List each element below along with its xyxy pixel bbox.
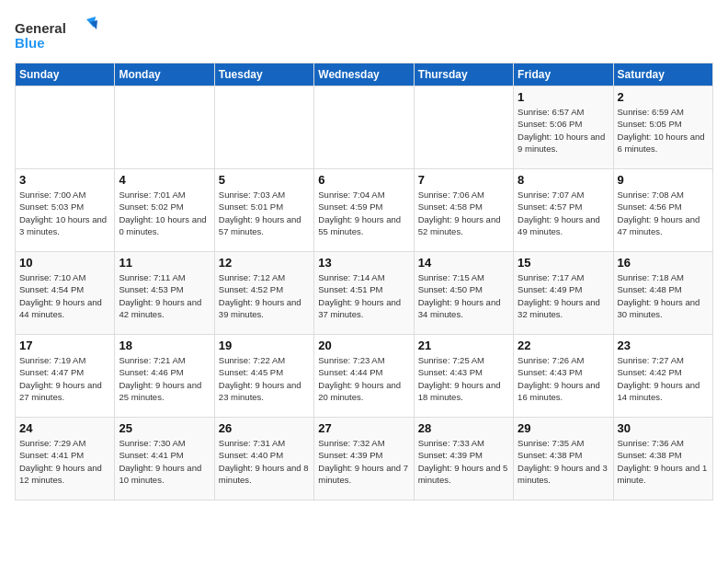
day-number: 5 <box>219 173 310 187</box>
day-info: Sunrise: 7:01 AM Sunset: 5:02 PM Dayligh… <box>119 189 210 237</box>
day-number: 6 <box>318 173 409 187</box>
calendar-cell: 27Sunrise: 7:32 AM Sunset: 4:39 PM Dayli… <box>314 418 414 500</box>
day-info: Sunrise: 7:25 AM Sunset: 4:43 PM Dayligh… <box>418 354 509 403</box>
day-info: Sunrise: 7:31 AM Sunset: 4:40 PM Dayligh… <box>219 437 310 486</box>
calendar-cell: 16Sunrise: 7:18 AM Sunset: 4:48 PM Dayli… <box>613 252 712 335</box>
calendar-cell: 3Sunrise: 7:00 AM Sunset: 5:03 PM Daylig… <box>16 169 115 252</box>
calendar-cell: 17Sunrise: 7:19 AM Sunset: 4:47 PM Dayli… <box>16 335 115 418</box>
calendar-cell: 29Sunrise: 7:35 AM Sunset: 4:38 PM Dayli… <box>514 418 613 500</box>
day-info: Sunrise: 7:35 AM Sunset: 4:38 PM Dayligh… <box>518 437 609 486</box>
day-number: 28 <box>418 421 509 435</box>
day-number: 27 <box>318 421 409 435</box>
day-number: 26 <box>219 421 310 435</box>
day-number: 7 <box>418 173 509 187</box>
weekday-header-row: SundayMondayTuesdayWednesdayThursdayFrid… <box>16 63 713 86</box>
day-number: 2 <box>618 90 709 104</box>
calendar-cell <box>115 86 214 169</box>
day-info: Sunrise: 7:18 AM Sunset: 4:48 PM Dayligh… <box>618 271 709 320</box>
day-info: Sunrise: 7:27 AM Sunset: 4:42 PM Dayligh… <box>618 354 709 403</box>
day-info: Sunrise: 7:21 AM Sunset: 4:46 PM Dayligh… <box>119 354 210 403</box>
calendar-cell: 2Sunrise: 6:59 AM Sunset: 5:05 PM Daylig… <box>613 86 712 169</box>
day-number: 18 <box>119 339 210 352</box>
week-row-4: 17Sunrise: 7:19 AM Sunset: 4:47 PM Dayli… <box>16 335 713 418</box>
week-row-5: 24Sunrise: 7:29 AM Sunset: 4:41 PM Dayli… <box>16 418 713 500</box>
calendar-cell: 10Sunrise: 7:10 AM Sunset: 4:54 PM Dayli… <box>16 252 115 335</box>
weekday-header-sunday: Sunday <box>16 63 115 86</box>
week-row-1: 1Sunrise: 6:57 AM Sunset: 5:06 PM Daylig… <box>16 86 713 169</box>
calendar-cell: 8Sunrise: 7:07 AM Sunset: 4:57 PM Daylig… <box>514 169 613 252</box>
weekday-header-monday: Monday <box>115 63 214 86</box>
calendar-cell: 25Sunrise: 7:30 AM Sunset: 4:41 PM Dayli… <box>115 418 214 500</box>
day-info: Sunrise: 7:33 AM Sunset: 4:39 PM Dayligh… <box>418 437 509 486</box>
calendar-cell: 7Sunrise: 7:06 AM Sunset: 4:58 PM Daylig… <box>414 169 513 252</box>
day-number: 19 <box>219 339 310 352</box>
day-info: Sunrise: 7:14 AM Sunset: 4:51 PM Dayligh… <box>318 271 409 320</box>
calendar-cell <box>314 86 414 169</box>
day-info: Sunrise: 7:17 AM Sunset: 4:49 PM Dayligh… <box>518 271 609 320</box>
day-info: Sunrise: 7:23 AM Sunset: 4:44 PM Dayligh… <box>318 354 409 403</box>
calendar-cell: 26Sunrise: 7:31 AM Sunset: 4:40 PM Dayli… <box>214 418 313 500</box>
day-number: 15 <box>518 256 609 270</box>
day-info: Sunrise: 7:19 AM Sunset: 4:47 PM Dayligh… <box>19 354 110 403</box>
day-number: 8 <box>518 173 609 187</box>
calendar-cell: 12Sunrise: 7:12 AM Sunset: 4:52 PM Dayli… <box>214 252 313 335</box>
calendar-cell <box>214 86 313 169</box>
day-number: 23 <box>618 339 709 352</box>
calendar-cell: 21Sunrise: 7:25 AM Sunset: 4:43 PM Dayli… <box>414 335 513 418</box>
page-header: General Blue <box>15 15 713 52</box>
day-info: Sunrise: 7:08 AM Sunset: 4:56 PM Dayligh… <box>618 189 709 237</box>
logo: General Blue <box>15 15 97 52</box>
day-info: Sunrise: 7:07 AM Sunset: 4:57 PM Dayligh… <box>518 189 609 237</box>
calendar-cell: 18Sunrise: 7:21 AM Sunset: 4:46 PM Dayli… <box>115 335 214 418</box>
day-number: 25 <box>119 421 210 435</box>
calendar-cell: 15Sunrise: 7:17 AM Sunset: 4:49 PM Dayli… <box>514 252 613 335</box>
day-info: Sunrise: 7:04 AM Sunset: 4:59 PM Dayligh… <box>318 189 409 237</box>
calendar-cell: 28Sunrise: 7:33 AM Sunset: 4:39 PM Dayli… <box>414 418 513 500</box>
calendar-cell: 9Sunrise: 7:08 AM Sunset: 4:56 PM Daylig… <box>613 169 712 252</box>
calendar-cell: 1Sunrise: 6:57 AM Sunset: 5:06 PM Daylig… <box>514 86 613 169</box>
day-number: 4 <box>119 173 210 187</box>
day-info: Sunrise: 7:00 AM Sunset: 5:03 PM Dayligh… <box>19 189 110 237</box>
day-number: 17 <box>19 339 110 352</box>
week-row-2: 3Sunrise: 7:00 AM Sunset: 5:03 PM Daylig… <box>16 169 713 252</box>
calendar-table: SundayMondayTuesdayWednesdayThursdayFrid… <box>15 63 713 500</box>
day-number: 30 <box>618 421 709 435</box>
svg-text:Blue: Blue <box>15 35 45 51</box>
day-info: Sunrise: 6:57 AM Sunset: 5:06 PM Dayligh… <box>518 106 609 155</box>
calendar-cell: 24Sunrise: 7:29 AM Sunset: 4:41 PM Dayli… <box>16 418 115 500</box>
day-info: Sunrise: 7:29 AM Sunset: 4:41 PM Dayligh… <box>19 437 110 486</box>
day-info: Sunrise: 7:22 AM Sunset: 4:45 PM Dayligh… <box>219 354 310 403</box>
calendar-cell: 19Sunrise: 7:22 AM Sunset: 4:45 PM Dayli… <box>214 335 313 418</box>
calendar-cell: 13Sunrise: 7:14 AM Sunset: 4:51 PM Dayli… <box>314 252 414 335</box>
calendar-cell: 6Sunrise: 7:04 AM Sunset: 4:59 PM Daylig… <box>314 169 414 252</box>
day-number: 14 <box>418 256 509 270</box>
day-info: Sunrise: 6:59 AM Sunset: 5:05 PM Dayligh… <box>618 106 709 155</box>
weekday-header-saturday: Saturday <box>613 63 712 86</box>
weekday-header-tuesday: Tuesday <box>214 63 313 86</box>
calendar-cell: 14Sunrise: 7:15 AM Sunset: 4:50 PM Dayli… <box>414 252 513 335</box>
day-info: Sunrise: 7:03 AM Sunset: 5:01 PM Dayligh… <box>219 189 310 237</box>
calendar-cell: 11Sunrise: 7:11 AM Sunset: 4:53 PM Dayli… <box>115 252 214 335</box>
day-number: 22 <box>518 339 609 352</box>
calendar-cell: 23Sunrise: 7:27 AM Sunset: 4:42 PM Dayli… <box>613 335 712 418</box>
day-number: 11 <box>119 256 210 270</box>
day-info: Sunrise: 7:32 AM Sunset: 4:39 PM Dayligh… <box>318 437 409 486</box>
logo-svg: General Blue <box>15 15 97 52</box>
day-number: 9 <box>618 173 709 187</box>
day-number: 29 <box>518 421 609 435</box>
day-number: 12 <box>219 256 310 270</box>
day-info: Sunrise: 7:06 AM Sunset: 4:58 PM Dayligh… <box>418 189 509 237</box>
day-number: 10 <box>19 256 110 270</box>
day-number: 1 <box>518 90 609 104</box>
day-number: 16 <box>618 256 709 270</box>
calendar-cell: 5Sunrise: 7:03 AM Sunset: 5:01 PM Daylig… <box>214 169 313 252</box>
calendar-cell: 30Sunrise: 7:36 AM Sunset: 4:38 PM Dayli… <box>613 418 712 500</box>
day-info: Sunrise: 7:26 AM Sunset: 4:43 PM Dayligh… <box>518 354 609 403</box>
day-info: Sunrise: 7:36 AM Sunset: 4:38 PM Dayligh… <box>618 437 709 486</box>
calendar-cell <box>414 86 513 169</box>
weekday-header-friday: Friday <box>514 63 613 86</box>
week-row-3: 10Sunrise: 7:10 AM Sunset: 4:54 PM Dayli… <box>16 252 713 335</box>
svg-text:General: General <box>15 20 66 36</box>
calendar-cell: 22Sunrise: 7:26 AM Sunset: 4:43 PM Dayli… <box>514 335 613 418</box>
day-number: 24 <box>19 421 110 435</box>
